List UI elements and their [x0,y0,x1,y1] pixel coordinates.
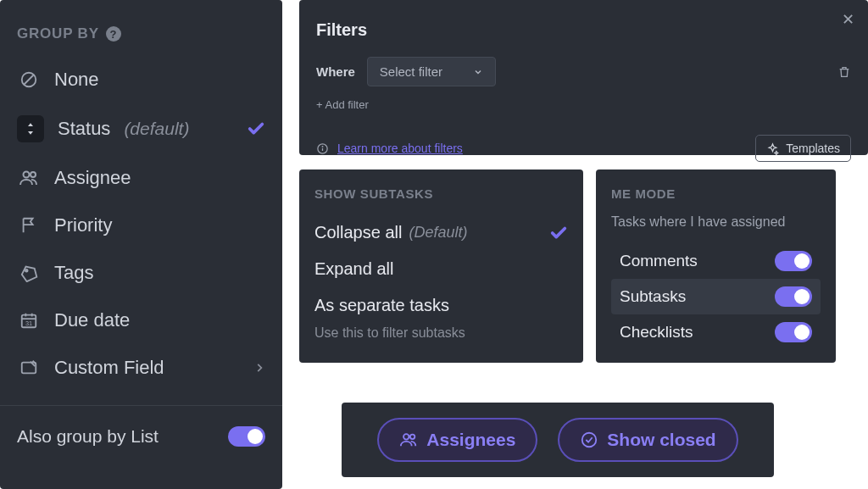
none-icon [17,68,41,92]
me-mode-row-label: Checklists [620,323,693,342]
also-group-label: Also group by List [17,426,159,447]
check-circle-icon [580,431,598,449]
group-item-label: Tags [54,262,93,284]
bottom-strip: Assignees Show closed [342,403,774,477]
group-item-priority[interactable]: Priority [0,202,282,249]
check-icon [549,224,568,242]
checklists-toggle[interactable] [775,322,812,342]
filters-panel: ✕ Filters Where Select filter + Add filt… [299,0,868,155]
svg-point-4 [25,270,28,272]
filters-footer: Learn more about filters Templates [316,135,851,162]
select-filter-placeholder: Select filter [380,64,442,79]
group-item-customfield[interactable]: Custom Field [0,344,282,392]
group-item-label: Status [58,118,110,140]
duedate-icon: 31 [17,308,41,332]
group-item-label: Assignee [54,167,131,189]
trash-icon[interactable] [837,65,851,79]
svg-text:31: 31 [25,320,32,327]
subtask-option-label: Expand all [314,259,393,279]
me-mode-row-label: Subtasks [620,287,686,306]
svg-point-3 [31,172,36,177]
filters-title: Filters [316,20,851,40]
group-item-none[interactable]: None [0,56,282,103]
check-icon [247,119,265,138]
where-label: Where [316,64,355,79]
subtasks-toggle[interactable] [775,286,812,307]
me-mode-row-checklists[interactable]: Checklists [611,314,821,350]
assignees-icon [399,431,418,449]
group-item-label: None [54,69,99,91]
select-filter-dropdown[interactable]: Select filter [367,57,496,86]
templates-button[interactable]: Templates [755,135,851,162]
tags-icon [17,261,41,285]
comments-toggle[interactable] [775,251,812,271]
group-item-assignee[interactable]: Assignee [0,154,282,202]
status-icon [17,115,44,142]
me-mode-row-comments[interactable]: Comments [611,243,821,279]
group-item-duedate[interactable]: 31 Due date [0,297,282,344]
group-item-label: Due date [54,309,130,331]
group-item-status[interactable]: Status (default) [0,103,282,154]
customfield-icon [17,356,41,380]
add-filter-button[interactable]: + Add filter [316,98,851,111]
filter-where-row: Where Select filter [316,57,851,86]
show-subtasks-header: SHOW SUBTASKS [314,186,568,201]
help-icon[interactable]: ? [106,26,121,42]
group-by-header: GROUP BY ? [0,25,282,56]
assignees-label: Assignees [426,430,515,450]
also-group-by-list-row[interactable]: Also group by List [0,406,282,467]
svg-point-14 [403,434,409,439]
show-closed-label: Show closed [607,430,715,450]
me-mode-row-label: Comments [620,252,698,270]
chevron-right-icon [253,362,265,374]
me-mode-row-subtasks[interactable]: Subtasks [611,279,821,314]
me-mode-panel: ME MODE Tasks where I have assigned Comm… [596,169,836,363]
also-group-toggle[interactable] [228,426,265,447]
priority-icon [17,214,41,237]
assignee-icon [17,166,41,190]
group-item-label: Priority [54,214,112,236]
subtask-option-separate[interactable]: As separate tasks [314,287,568,324]
me-mode-desc: Tasks where I have assigned [611,214,821,230]
subtask-option-label: As separate tasks [314,296,449,315]
show-subtasks-panel: SHOW SUBTASKS Collapse all (Default) Exp… [299,169,583,363]
group-item-label: Custom Field [54,357,164,379]
svg-point-15 [410,435,415,440]
group-by-panel: GROUP BY ? None Status (default) Assigne… [0,0,282,489]
svg-line-1 [25,75,34,85]
learn-more-link[interactable]: Learn more about filters [337,142,463,155]
sparkle-icon [766,142,779,155]
group-by-label: GROUP BY [17,25,99,42]
subtask-option-collapse-all[interactable]: Collapse all (Default) [314,214,568,251]
group-item-tags[interactable]: Tags [0,249,282,297]
svg-point-2 [24,172,30,178]
default-tag: (Default) [409,224,467,242]
templates-label: Templates [786,142,840,155]
subtask-help-text: Use this to filter subtasks [314,325,568,341]
svg-point-16 [582,433,597,447]
close-icon[interactable]: ✕ [842,10,854,29]
svg-point-13 [322,146,323,147]
show-closed-button[interactable]: Show closed [558,418,737,462]
info-icon [316,142,329,155]
subtask-option-label: Collapse all [314,223,402,242]
default-tag: (default) [124,119,189,139]
assignees-button[interactable]: Assignees [377,418,537,462]
chevron-down-icon [473,67,483,77]
subtask-option-expand-all[interactable]: Expand all [314,251,568,287]
me-mode-header: ME MODE [611,186,821,201]
